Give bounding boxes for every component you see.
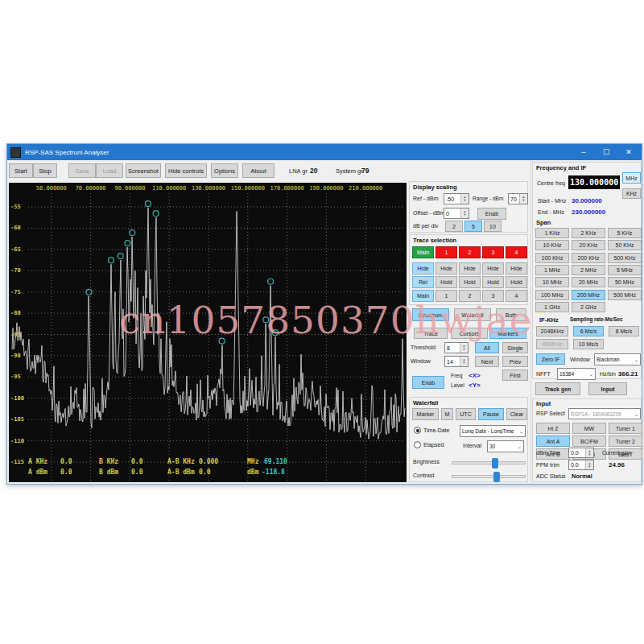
view-spectrum-button[interactable]: Spectrum [412,308,449,321]
maximize-button[interactable]: ☐ [595,144,617,160]
span-1-ghz[interactable]: 1 GHz [535,302,569,312]
view-waterfall-button[interactable]: Waterfall [454,308,491,321]
waterfall-utc-button[interactable]: UTC [456,408,476,420]
minimize-button[interactable]: – [572,144,595,160]
trace-hold-2[interactable]: Hold [459,276,481,288]
zero-if-button[interactable]: Zero IF [536,353,565,365]
trace-hide-2[interactable]: Hide [459,262,481,275]
tab-cursors[interactable]: Cursors [451,328,488,339]
spinner-arrows-icon[interactable]: ▴▾ [460,194,469,204]
about-button[interactable]: About [242,163,275,178]
span-100-mhz[interactable]: 100 MHz [535,290,569,300]
offset-dbm-spinner[interactable]: 0▴▾ [444,208,469,219]
trace-hide-4[interactable]: Hide [506,262,527,275]
spinner-arrows-icon[interactable]: ▴▾ [585,460,593,469]
span-500-mhz[interactable]: 500 MHz [608,290,642,300]
spinner-arrows-icon[interactable]: ▴▾ [460,343,468,353]
span-2-ghz[interactable]: 2 GHz [572,302,605,312]
trace-main-4[interactable]: 4 [506,290,527,302]
waterfall-marker-button[interactable]: Marker [412,408,439,420]
start-button[interactable]: Start [9,163,33,178]
if-450khz-button[interactable]: 450KHz [536,339,568,349]
track-gen-button[interactable]: Track gen [535,382,580,395]
db-per-div-10[interactable]: 10 [484,221,502,232]
trace-hold-3[interactable]: Hold [482,276,504,288]
span-100-khz[interactable]: 100 KHz [535,253,569,263]
markers-enab-button[interactable]: Enab [412,376,444,389]
waterfall-clear-button[interactable]: Clear [506,408,527,420]
view-both-button[interactable]: Both [496,308,526,321]
if-2048khz-button[interactable]: 2048KHz [536,326,568,336]
rate-10mss-button[interactable]: 10 Ms/s [573,339,604,349]
span-20-khz[interactable]: 20 KHz [572,240,605,250]
contrast-slider[interactable] [452,475,526,478]
waterfall-m-button[interactable]: M [441,408,453,420]
input-tuner-2[interactable]: Tuner 2 [609,436,642,447]
offset-enab-button[interactable]: Enab [477,208,506,220]
close-button[interactable]: ✕ [617,144,640,160]
dbm-trim-spinner[interactable]: 0.0▴▾ [568,448,594,458]
span-1-mhz[interactable]: 1 MHz [535,265,569,275]
rate-6mss-button[interactable]: 6 Ms/s [573,326,604,336]
trace-hide-hide[interactable]: Hide [412,262,434,275]
markers-first-button[interactable]: First [502,369,528,381]
window-spinner[interactable]: 14▴▾ [444,356,469,367]
db-per-div-5[interactable]: 5 [464,221,482,232]
title-bar[interactable]: RSP-SAS Spectrum Analyser – ☐ ✕ [7,144,642,160]
span-20-mhz[interactable]: 20 MHz [572,277,605,287]
stop-button[interactable]: Stop [33,163,57,178]
trace-traces-4[interactable]: 4 [506,246,527,258]
spinner-arrows-icon[interactable]: ▴▾ [585,448,593,457]
trace-traces-3[interactable]: 3 [482,246,504,258]
spectrum-display[interactable]: 50.00000070.00000090.000000110.000000130… [9,183,407,482]
trace-hide-3[interactable]: Hide [482,262,504,275]
trace-main-main[interactable]: Main [412,290,434,302]
ppm-trim-spinner[interactable]: 0.0▴▾ [568,460,594,470]
markers-single-button[interactable]: Single [502,342,528,353]
fft-window-select[interactable]: Blackman⌄ [594,353,641,365]
span-10-khz[interactable]: 10 KHz [535,240,569,250]
threshold-spinner[interactable]: 8▴▾ [444,342,469,353]
span-50-khz[interactable]: 50 KHz [608,240,642,250]
brightness-slider[interactable] [452,461,526,464]
save-button[interactable]: Save [68,163,96,178]
time-date-format-select[interactable]: Long Date - LongTime⌄ [460,425,526,437]
brightness-thumb[interactable] [492,458,498,469]
elapsed-radio[interactable] [414,441,421,448]
spinner-arrows-icon[interactable]: ▴▾ [460,357,468,366]
span-5-khz[interactable]: 5 KHz [608,228,642,238]
screenshot-button[interactable]: Screenshot [126,163,161,178]
span-5-mhz[interactable]: 5 MHz [608,265,642,275]
span-50-mhz[interactable]: 50 MHz [608,277,642,287]
contrast-thumb[interactable] [493,472,500,482]
waterfall-pause-button[interactable]: Pause [478,408,504,420]
input-hi-z[interactable]: Hi Z [536,423,570,434]
input-tuner-1[interactable]: Tuner 1 [609,423,642,434]
span-1-khz[interactable]: 1 KHz [535,228,569,238]
rate-8mss-button[interactable]: 8 Ms/s [609,326,639,336]
tab-markers[interactable]: Markers [489,328,526,339]
input-mw[interactable]: MW [572,423,606,434]
trace-traces-main[interactable]: Main [412,246,434,258]
trace-traces-2[interactable]: 2 [459,246,481,258]
trace-hold-4[interactable]: Hold [506,276,527,288]
range-dbm-spinner[interactable]: 70▴▾ [508,193,528,204]
spinner-arrows-icon[interactable]: ▴▾ [519,194,527,204]
trace-main-1[interactable]: 1 [436,290,457,302]
nfft-select[interactable]: 16384⌄ [557,368,596,380]
span-500-khz[interactable]: 500 KHz [608,253,642,263]
khz-button[interactable]: KHz [622,188,641,199]
load-button[interactable]: Load [96,163,123,178]
spinner-arrows-icon[interactable]: ▴▾ [460,208,469,218]
markers-all-button[interactable]: All [475,342,499,353]
hide-controls-button[interactable]: Hide controls [165,163,207,178]
mhz-button[interactable]: MHz [622,172,641,184]
trace-main-3[interactable]: 3 [482,290,504,302]
tab-trace[interactable]: Trace [414,328,448,339]
input-button[interactable]: Input [588,382,627,395]
markers-next-button[interactable]: Next [475,356,499,367]
input-ant-a[interactable]: Ant A [536,436,570,447]
trace-traces-1[interactable]: 1 [436,246,457,258]
span-200-khz[interactable]: 200 KHz [572,253,605,263]
span-2-khz[interactable]: 2 KHz [572,228,605,238]
